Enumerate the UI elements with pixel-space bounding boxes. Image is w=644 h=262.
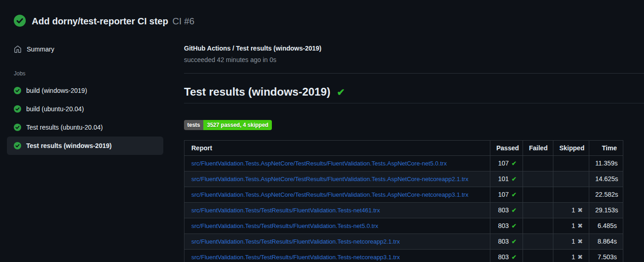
results-heading-text: Test results (windows-2019)	[184, 85, 330, 98]
test-results-table: Report Passed Failed Skipped Time src/Fl…	[184, 140, 623, 262]
report-cell: src/FluentValidation.Tests/TestResults/F…	[184, 202, 490, 218]
report-link[interactable]: src/FluentValidation.Tests.AspNetCore/Te…	[191, 191, 468, 198]
failed-cell	[523, 218, 553, 234]
table-header-row: Report Passed Failed Skipped Time	[184, 140, 623, 155]
passed-check-icon: ✔	[512, 222, 517, 229]
skipped-cross-icon: ✖	[577, 206, 583, 214]
passed-check-icon: ✔	[512, 176, 517, 182]
home-icon	[14, 46, 22, 53]
run-success-icon	[14, 15, 26, 28]
run-header: Add dorny/test-reporter CI step CI #6	[0, 0, 644, 28]
sidebar-job-item[interactable]: Test results (windows-2019)	[7, 137, 163, 155]
report-link[interactable]: src/FluentValidation.Tests/TestResults/F…	[191, 238, 400, 245]
skipped-cell: 1✖	[553, 249, 589, 262]
table-row: src/FluentValidation.Tests/TestResults/F…	[184, 202, 623, 218]
tests-badge[interactable]: tests 3527 passed, 4 skipped	[184, 120, 272, 130]
sidebar-job-item[interactable]: Test results (ubuntu-20.04)	[7, 118, 163, 137]
time-value: 8.864s	[598, 238, 617, 245]
skipped-cross-icon: ✖	[577, 253, 583, 261]
passed-check-icon: ✔	[512, 207, 517, 214]
time-value: 7.503s	[598, 253, 617, 261]
job-success-icon	[14, 87, 21, 94]
results-heading: Test results (windows-2019) ✔	[184, 85, 644, 103]
report-cell: src/FluentValidation.Tests/TestResults/F…	[184, 234, 490, 249]
skipped-count: 1	[571, 238, 575, 245]
time-value: 22.582s	[595, 191, 618, 198]
report-link[interactable]: src/FluentValidation.Tests.AspNetCore/Te…	[191, 176, 468, 182]
report-link[interactable]: src/FluentValidation.Tests/TestResults/F…	[191, 207, 380, 214]
skipped-count: 1	[571, 222, 575, 229]
passed-count: 803	[498, 206, 509, 214]
sidebar-job-item[interactable]: build (windows-2019)	[7, 81, 163, 100]
skipped-cell	[553, 187, 589, 202]
failed-cell	[523, 155, 553, 171]
column-header-passed: Passed	[490, 140, 523, 155]
report-cell: src/FluentValidation.Tests/TestResults/F…	[184, 218, 490, 234]
skipped-cell: 1✖	[553, 202, 589, 218]
skipped-cross-icon: ✖	[577, 222, 583, 229]
sidebar-item-summary[interactable]: Summary	[0, 44, 184, 54]
time-value: 29.153s	[595, 206, 618, 214]
sidebar: Summary Jobs build (windows-2019) build …	[0, 44, 184, 155]
time-cell: 8.864s	[589, 234, 623, 249]
job-status-line: succeeded 42 minutes ago in 0s	[184, 56, 644, 63]
job-success-icon	[14, 124, 21, 131]
passed-check-icon: ✔	[512, 254, 517, 261]
table-row: src/FluentValidation.Tests/TestResults/F…	[184, 234, 623, 249]
passed-count: 803	[498, 222, 509, 229]
jobs-list: build (windows-2019) build (ubuntu-20.04…	[0, 81, 184, 155]
skipped-cell	[553, 155, 589, 171]
passed-count: 107	[498, 159, 509, 167]
column-header-failed: Failed	[523, 140, 553, 155]
time-cell: 29.153s	[589, 202, 623, 218]
job-panel: GitHub Actions / Test results (windows-2…	[184, 44, 644, 262]
success-check-icon: ✔	[337, 87, 345, 98]
passed-cell: 107✔	[490, 155, 523, 171]
report-link[interactable]: src/FluentValidation.Tests/TestResults/F…	[191, 254, 400, 261]
skipped-cross-icon: ✖	[577, 238, 583, 245]
failed-cell	[523, 187, 553, 202]
time-cell: 6.485s	[589, 218, 623, 234]
page-title: Add dorny/test-reporter CI step CI #6	[32, 16, 195, 27]
table-row: src/FluentValidation.Tests.AspNetCore/Te…	[184, 171, 623, 187]
passed-count: 803	[498, 238, 509, 245]
report-cell: src/FluentValidation.Tests/TestResults/F…	[184, 249, 490, 262]
job-success-icon	[14, 142, 21, 149]
skipped-cell: 1✖	[553, 218, 589, 234]
report-cell: src/FluentValidation.Tests.AspNetCore/Te…	[184, 155, 490, 171]
time-value: 11.359s	[595, 159, 618, 167]
passed-count: 107	[498, 191, 509, 198]
job-label: build (ubuntu-20.04)	[26, 105, 84, 113]
passed-count: 803	[498, 253, 509, 261]
time-value: 14.625s	[595, 175, 618, 182]
tests-badge-value: 3527 passed, 4 skipped	[203, 120, 272, 130]
time-cell: 11.359s	[589, 155, 623, 171]
time-value: 6.485s	[598, 222, 617, 229]
column-header-report: Report	[184, 140, 490, 155]
column-header-skipped: Skipped	[553, 140, 589, 155]
failed-cell	[523, 171, 553, 187]
table-row: src/FluentValidation.Tests/TestResults/F…	[184, 218, 623, 234]
tests-badge-label: tests	[184, 120, 203, 130]
table-row: src/FluentValidation.Tests/TestResults/F…	[184, 249, 623, 262]
run-number: CI #6	[172, 16, 195, 27]
jobs-section-label: Jobs	[0, 70, 184, 77]
job-breadcrumb: GitHub Actions / Test results (windows-2…	[184, 45, 644, 52]
failed-cell	[523, 249, 553, 262]
sidebar-job-item[interactable]: build (ubuntu-20.04)	[7, 100, 163, 118]
time-cell: 22.582s	[589, 187, 623, 202]
passed-cell: 803✔	[490, 218, 523, 234]
passed-check-icon: ✔	[512, 238, 517, 245]
job-label: build (windows-2019)	[26, 87, 87, 94]
summary-label: Summary	[27, 46, 54, 53]
skipped-count: 1	[571, 206, 575, 214]
report-link[interactable]: src/FluentValidation.Tests/TestResults/F…	[191, 222, 378, 229]
passed-cell: 107✔	[490, 187, 523, 202]
skipped-cell: 1✖	[553, 234, 589, 249]
passed-cell: 803✔	[490, 202, 523, 218]
failed-cell	[523, 202, 553, 218]
time-cell: 14.625s	[589, 171, 623, 187]
report-link[interactable]: src/FluentValidation.Tests.AspNetCore/Te…	[191, 160, 447, 167]
report-cell: src/FluentValidation.Tests.AspNetCore/Te…	[184, 187, 490, 202]
passed-check-icon: ✔	[512, 160, 517, 167]
